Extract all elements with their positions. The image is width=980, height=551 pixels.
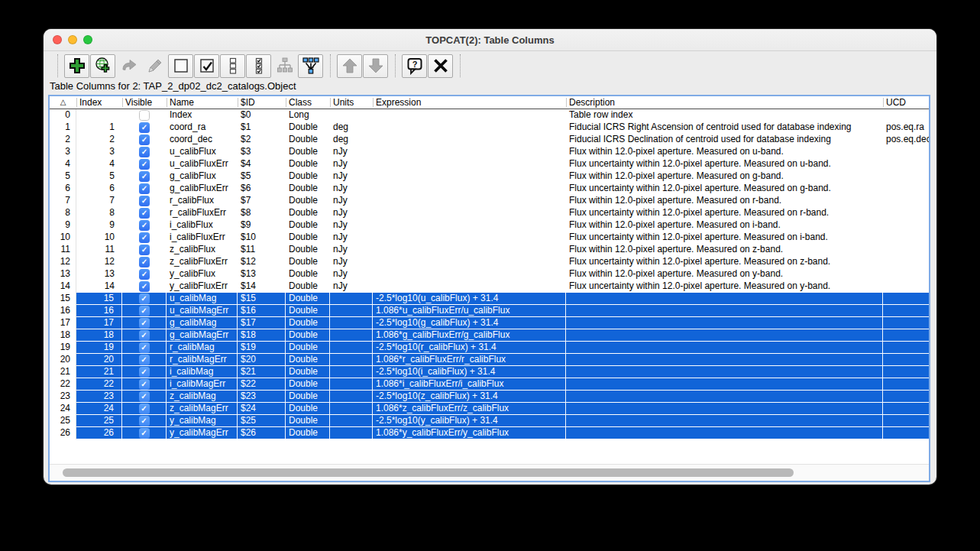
checkbox-unchecked-icon[interactable] [139, 110, 150, 121]
checkbox-checked-icon[interactable] [139, 245, 150, 255]
table-row[interactable]: 1515u_calibMag$15Double-2.5*log10(u_cali… [50, 293, 929, 305]
checkbox-checked-icon[interactable] [139, 342, 150, 353]
table-row[interactable]: 2626y_calibMagErr$26Double1.086*y_calibF… [50, 427, 929, 439]
checkbox-checked-icon[interactable] [139, 257, 150, 267]
checkbox-checked-icon[interactable] [139, 293, 150, 304]
class-cell: Double [286, 280, 330, 293]
units-cell [330, 354, 373, 366]
checkbox-checked-icon[interactable] [139, 404, 150, 414]
scrollbar-thumb[interactable] [63, 468, 794, 477]
id-cell: $21 [238, 366, 286, 378]
column-header-class[interactable]: Class [286, 96, 330, 109]
table-row[interactable]: 2525y_calibMag$25Double-2.5*log10(y_cali… [50, 415, 929, 427]
horizontal-scrollbar[interactable] [50, 464, 929, 481]
column-header-description[interactable]: Description [566, 96, 883, 109]
checkbox-checked-icon[interactable] [139, 232, 150, 243]
hide-selected-button[interactable] [220, 54, 245, 78]
checkbox-checked-icon[interactable] [139, 183, 150, 194]
table-row[interactable]: 33u_calibFlux$3DoublenJyFlux within 12.0… [50, 146, 929, 158]
table-row[interactable]: 1818g_calibMagErr$18Double1.086*g_calibF… [50, 329, 929, 342]
table-row[interactable]: 66g_calibFluxErr$6DoublenJyFlux uncertai… [50, 183, 929, 195]
checkbox-checked-icon[interactable] [139, 416, 150, 426]
checkbox-checked-icon[interactable] [139, 306, 150, 316]
ucd-cell [883, 183, 930, 195]
table-row[interactable]: 77r_calibFlux$7DoublenJyFlux within 12.0… [50, 195, 929, 207]
table-row[interactable]: 1414y_calibFluxErr$14DoublenJyFlux uncer… [50, 280, 929, 293]
zoom-window-button[interactable] [83, 35, 92, 44]
table-row[interactable]: 1919r_calibMag$19Double-2.5*log10(r_cali… [50, 342, 929, 354]
reveal-selected-button[interactable] [246, 54, 271, 78]
collect-columns-button[interactable] [298, 54, 323, 78]
column-header-index[interactable]: Index [76, 96, 122, 109]
checkbox-checked-icon[interactable] [139, 355, 150, 365]
checkbox-checked-icon[interactable] [139, 367, 150, 378]
table-row[interactable]: 88r_calibFluxErr$8DoublenJyFlux uncertai… [50, 207, 929, 219]
column-header-expression[interactable]: Expression [373, 96, 566, 109]
checkbox-checked-icon[interactable] [139, 196, 150, 206]
column-header-name[interactable]: Name [167, 96, 238, 109]
id-cell: $3 [238, 146, 286, 158]
minimize-window-button[interactable] [68, 35, 77, 44]
columns-table: 0Index$0LongTable row index11coord_ra$1D… [50, 109, 929, 439]
table-row[interactable]: 1111z_calibFlux$11DoublenJyFlux within 1… [50, 244, 929, 256]
checkbox-checked-icon[interactable] [139, 281, 150, 292]
table-row[interactable]: 1717g_calibMag$17Double-2.5*log10(g_cali… [50, 317, 929, 329]
column-header-ucd[interactable]: UCD [883, 96, 930, 109]
checkbox-checked-icon[interactable] [139, 208, 150, 219]
table-row[interactable]: 2222i_calibMagErr$22Double1.086*i_calibF… [50, 378, 929, 391]
column-header-id[interactable]: $ID [238, 96, 286, 109]
checkbox-checked-icon[interactable] [139, 391, 150, 402]
row-header: 0 [50, 109, 76, 122]
checkbox-checked-icon[interactable] [139, 171, 150, 182]
checkbox-checked-icon[interactable] [139, 135, 150, 145]
reveal-all-button[interactable] [194, 54, 219, 78]
table-row[interactable]: 22coord_dec$2DoubledegFiducial ICRS Decl… [50, 134, 929, 146]
help-button[interactable]: ? [402, 54, 427, 78]
checkbox-checked-icon[interactable] [139, 379, 150, 390]
table-row[interactable]: 44u_calibFluxErr$4DoublenJyFlux uncertai… [50, 158, 929, 170]
class-cell: Double [286, 378, 330, 391]
close-button[interactable] [428, 54, 453, 78]
ucd-cell [883, 366, 930, 378]
table-row[interactable]: 1616u_calibMagErr$16Double1.086*u_calibF… [50, 305, 929, 317]
checkbox-checked-icon[interactable] [139, 220, 150, 231]
expression-cell [373, 256, 566, 268]
add-sky-columns-button[interactable] [90, 54, 115, 78]
name-cell: i_calibMag [167, 366, 238, 378]
checkbox-checked-icon[interactable] [139, 318, 150, 329]
units-cell: nJy [330, 232, 373, 244]
description-cell [566, 329, 883, 342]
table-row[interactable]: 11coord_ra$1DoubledegFiducial ICRS Right… [50, 122, 929, 134]
checkbox-checked-icon[interactable] [139, 330, 150, 341]
column-header-units[interactable]: Units [330, 96, 373, 109]
table-row[interactable]: 1010i_calibFluxErr$10DoublenJyFlux uncer… [50, 232, 929, 244]
index-cell: 19 [76, 342, 122, 354]
table-row[interactable]: 2323z_calibMag$23Double-2.5*log10(z_cali… [50, 391, 929, 403]
table-row[interactable]: 2020r_calibMagErr$20Double1.086*r_calibF… [50, 354, 929, 366]
table-row[interactable]: 55g_calibFlux$5DoublenJyFlux within 12.0… [50, 170, 929, 183]
expression-cell [373, 134, 566, 146]
table-row[interactable]: 2424z_calibMagErr$24Double1.086*z_calibF… [50, 403, 929, 415]
topcat-table-columns-window: TOPCAT(2): Table Columns [44, 29, 936, 485]
row-header: 2 [50, 134, 76, 146]
checkbox-checked-icon[interactable] [139, 269, 150, 280]
table-row[interactable]: 0Index$0LongTable row index [50, 109, 929, 122]
table-row[interactable]: 99i_calibFlux$9DoublenJyFlux within 12.0… [50, 219, 929, 232]
table-row[interactable]: 1212z_calibFluxErr$12DoublenJyFlux uncer… [50, 256, 929, 268]
sort-ascending-icon[interactable]: △ [50, 96, 76, 109]
checkbox-checked-icon[interactable] [139, 122, 150, 133]
replace-column-button [116, 54, 141, 78]
column-header-visible[interactable]: Visible [122, 96, 167, 109]
checkbox-checked-icon[interactable] [139, 147, 150, 157]
class-cell: Long [286, 109, 330, 122]
close-window-button[interactable] [53, 35, 62, 44]
checkbox-checked-icon[interactable] [139, 159, 150, 170]
ucd-cell [883, 195, 930, 207]
table-row[interactable]: 1313y_calibFlux$13DoublenJyFlux within 1… [50, 268, 929, 280]
expression-cell [373, 195, 566, 207]
description-cell: Flux within 12.0-pixel aperture. Measure… [566, 244, 883, 256]
add-column-button[interactable] [64, 54, 89, 78]
hide-all-button[interactable] [168, 54, 193, 78]
checkbox-checked-icon[interactable] [139, 428, 150, 439]
table-row[interactable]: 2121i_calibMag$21Double-2.5*log10(i_cali… [50, 366, 929, 378]
